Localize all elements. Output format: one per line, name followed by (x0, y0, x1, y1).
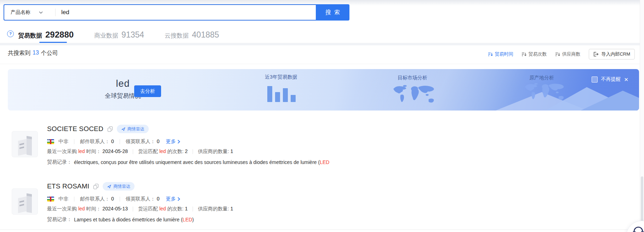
data-tabs: ? 贸易数据 292880 商业数据 91354 云搜数据 401885 (7, 27, 219, 42)
keyword-highlight: LED (183, 217, 192, 222)
import-crm-button[interactable]: 导入内部CRM (589, 49, 635, 60)
results-count-number: 13 (33, 50, 39, 57)
sort-descending-icon (488, 52, 493, 57)
analyze-button[interactable]: 去分析 (134, 85, 161, 97)
supplier-count: 供应商的数量: 1 (198, 206, 233, 212)
keyword-highlight: led (78, 148, 85, 154)
chevron-right-icon (177, 140, 180, 144)
freight-count: 1 (185, 206, 188, 211)
freight-match: 货运匹配 led 的次数: 2 (138, 148, 188, 155)
meta-separator (133, 149, 133, 154)
keyword-highlight: led (159, 148, 166, 154)
trade-record-text: électriques, conçus pour être utilisés u… (74, 159, 329, 165)
last-purchase: 最近一次采购 led 时间： 2024-05-13 (47, 206, 128, 212)
company-card: ETS ROSAMI 商情雷达 ★ 中非 邮件联系人：0 领英联系人：0 更多 (12, 182, 631, 223)
business-radar-badge[interactable]: 商情雷达 (117, 125, 149, 133)
copy-icon[interactable] (108, 126, 113, 132)
more-link[interactable]: 更多 (166, 138, 180, 145)
central-african-republic-flag-icon: ★ (47, 197, 54, 202)
more-link[interactable]: 更多 (166, 196, 180, 202)
tab-business-data[interactable]: 商业数据 91354 (94, 30, 144, 42)
tab-cloud-search-data[interactable]: 云搜数据 401885 (165, 30, 219, 42)
tab-count: 91354 (121, 30, 144, 40)
email-contacts: 邮件联系人：0 (80, 196, 114, 202)
company-logo-placeholder[interactable] (12, 188, 38, 215)
country-name: 中非 (58, 138, 68, 145)
tab-count: 401885 (192, 30, 219, 40)
world-map-graphic (391, 83, 438, 106)
purchase-date: 2024-05-13 (102, 206, 128, 211)
company-card: SOCIETE SOCED 商情雷达 ★ 中非 邮件联系人：0 领英联系人：0 … (12, 125, 631, 166)
bar (283, 88, 288, 102)
building-graphic (27, 138, 32, 155)
search-button[interactable]: 搜索 (316, 4, 349, 21)
meta-separator (193, 149, 193, 154)
search-category-value: 产品名称 (11, 9, 30, 16)
central-african-republic-flag-icon: ★ (47, 139, 54, 144)
chevron-down-icon (39, 11, 43, 14)
company-logo-placeholder[interactable] (12, 131, 38, 157)
import-crm-label: 导入内部CRM (601, 51, 630, 57)
freight-match: 货运匹配 led 的次数: 1 (138, 206, 188, 212)
tab-label: 云搜数据 (165, 32, 189, 40)
header-divider (0, 64, 644, 64)
radar-icon (107, 184, 112, 189)
search-input[interactable] (61, 9, 316, 16)
trade-record-text: Lampes et tubes à diodes émettrices de l… (74, 217, 194, 222)
import-icon (593, 52, 599, 57)
company-name[interactable]: SOCIETE SOCED (47, 125, 103, 133)
search-category-dropdown[interactable]: 产品名称 (4, 9, 53, 16)
copy-icon[interactable] (93, 184, 98, 189)
linkedin-contacts: 领英联系人：0 (126, 196, 160, 202)
help-question-icon[interactable]: ? (7, 30, 14, 37)
search-separator (55, 9, 56, 16)
business-radar-badge[interactable]: 商情雷达 (103, 182, 135, 191)
section-gap (0, 43, 644, 45)
sort-supplier-count[interactable]: 供应商数 (555, 51, 580, 57)
trade-mini-bar-chart (267, 69, 310, 102)
meta-separator (193, 206, 193, 211)
sort-label: 供应商数 (562, 51, 580, 57)
trade-record-label: 贸易记录： (47, 159, 72, 165)
sort-trade-time[interactable]: 贸易时间 (488, 51, 513, 57)
dont-remind-checkbox[interactable] (592, 77, 598, 83)
bar (291, 95, 296, 102)
tab-trade-data[interactable]: 贸易数据 292880 (18, 30, 74, 42)
dont-remind-label: 不再提醒 (601, 76, 621, 83)
supplier-count: 供应商的数量: 1 (198, 148, 233, 155)
purchase-date: 2024-05-28 (102, 148, 128, 154)
keyword-highlight: led (159, 206, 166, 211)
dismiss-controls: 不再提醒 ✕ (592, 76, 628, 83)
badge-label: 商情雷达 (127, 126, 144, 132)
meta-separator (74, 197, 74, 202)
meta-separator (74, 139, 74, 144)
headset-icon (632, 226, 644, 232)
bar (275, 92, 280, 102)
freight-count: 2 (185, 148, 188, 154)
meta-separator (120, 197, 120, 202)
company-name[interactable]: ETS ROSAMI (47, 182, 89, 190)
more-label: 更多 (166, 196, 176, 202)
building-graphic (27, 196, 32, 213)
search-bar: 产品名称 搜索 (4, 4, 349, 21)
meta-separator (133, 206, 133, 211)
sort-trade-count[interactable]: 贸易次数 (522, 51, 547, 57)
keyword-highlight: LED (320, 159, 329, 165)
trade-record-line: 贸易记录： Lampes et tubes à diodes émettrice… (47, 216, 194, 223)
search-box: 产品名称 (4, 4, 316, 21)
scrollbar-track[interactable] (640, 0, 644, 232)
more-label: 更多 (166, 138, 176, 145)
chevron-right-icon (177, 197, 180, 201)
results-count-line: 共搜索到 13 个公司 (8, 50, 58, 57)
country-name: 中非 (58, 196, 68, 202)
bottom-divider (0, 230, 644, 230)
analysis-banner: led 全球贸易情况 去分析 近3年贸易数据 目标市场分析 原产地分析 不再提醒… (8, 69, 639, 111)
sort-descending-icon (555, 52, 560, 57)
bar (267, 86, 272, 102)
meta-separator (120, 139, 120, 144)
tab-label: 商业数据 (94, 32, 118, 40)
results-count-prefix: 共搜索到 (8, 50, 30, 57)
close-banner-icon[interactable]: ✕ (624, 77, 628, 82)
results-toolbar: 贸易时间 贸易次数 供应商数 导入内部CRM (488, 49, 635, 60)
results-count-suffix: 个公司 (41, 50, 58, 57)
